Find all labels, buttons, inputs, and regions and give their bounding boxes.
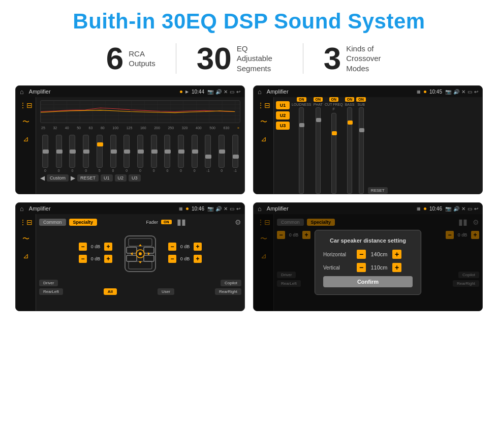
status-icons-4: 📷 🔊 ✕ ▭ ↩	[445, 206, 478, 212]
u2-sel[interactable]: U2	[276, 111, 290, 120]
phat-on[interactable]: ON	[314, 97, 323, 102]
phat-slider[interactable]	[316, 107, 321, 194]
next-arrow[interactable]: ▶	[71, 174, 75, 182]
phat-label: PHAT	[314, 103, 323, 106]
eq-nav-3[interactable]: ⋮⊟	[19, 218, 33, 226]
screen2-content: ⋮⊟ 〜 ⊿ U1 U2 U3 ON LOUDNESS	[254, 97, 482, 194]
speaker-nav-3[interactable]: ⊿	[23, 252, 29, 260]
slider-track-8[interactable]	[137, 135, 143, 168]
copilot-btn[interactable]: Copilot	[221, 280, 241, 286]
br-plus[interactable]: +	[194, 255, 202, 263]
vertical-minus[interactable]: −	[357, 263, 366, 272]
wave-nav-2[interactable]: 〜	[260, 117, 267, 127]
slider-track-14[interactable]	[219, 135, 225, 168]
slider-col-11: 0	[178, 135, 184, 172]
dialog-title: Car speaker distance setting	[323, 237, 413, 244]
slider-track-5[interactable]	[97, 135, 103, 168]
slider-track-6[interactable]	[110, 135, 116, 168]
status-dot-1	[180, 91, 182, 93]
slider-val-10: 0	[166, 169, 168, 172]
bass-label: BASS	[345, 103, 355, 106]
driver-btn[interactable]: Driver	[39, 280, 58, 286]
horizontal-minus[interactable]: −	[357, 250, 366, 259]
tr-minus[interactable]: −	[168, 243, 176, 251]
vertical-plus[interactable]: +	[392, 263, 401, 272]
u1-sel[interactable]: U1	[276, 101, 290, 109]
wave-nav-icon[interactable]: 〜	[22, 117, 29, 127]
stat-eq: 30 EQ AdjustableSegments	[176, 43, 303, 74]
slider-col-12: 0	[192, 135, 198, 172]
slider-track-1[interactable]	[42, 135, 48, 168]
all-btn[interactable]: All	[104, 288, 117, 295]
status-icons-3: 📷 🔊 ✕ ▭ ↩	[207, 206, 240, 212]
sub-slider[interactable]	[359, 107, 364, 194]
eq-nav-2[interactable]: ⋮⊟	[257, 101, 270, 109]
tl-minus[interactable]: −	[79, 243, 87, 251]
eq-freq-labels: 25 32 40 50 63 80 100 125 160 200 250 32…	[40, 126, 240, 130]
u1-btn[interactable]: U1	[101, 174, 113, 182]
bl-db-value: 0 dB	[88, 256, 103, 261]
bass-on[interactable]: ON	[345, 97, 355, 102]
camera-icon-3: 📷	[207, 206, 213, 212]
slider-track-4[interactable]	[83, 135, 89, 168]
speaker-nav-icon[interactable]: ⊿	[23, 135, 29, 143]
screen3-time: 10:46	[192, 206, 204, 212]
slider-thumb-15	[233, 155, 239, 159]
home-icon-2: ⌂	[258, 88, 262, 96]
rearright-btn[interactable]: RearRight	[215, 288, 241, 295]
slider-track-12[interactable]	[192, 135, 198, 168]
loudness-slider[interactable]	[299, 107, 304, 194]
user-btn[interactable]: User	[158, 288, 174, 295]
confirm-button[interactable]: Confirm	[323, 276, 413, 287]
slider-track-3[interactable]	[69, 135, 75, 168]
slider-col-1: 0	[42, 135, 48, 172]
fader-on-toggle[interactable]: ON	[161, 220, 172, 224]
status-bar-4: ⌂ Amplifier ▦ 10:46 📷 🔊 ✕ ▭ ↩	[254, 203, 482, 214]
eq-sliders: 0 0 0 0	[40, 132, 240, 172]
u3-sel[interactable]: U3	[276, 122, 290, 130]
camera-icon: 📷	[207, 89, 213, 95]
tl-plus[interactable]: +	[104, 243, 112, 251]
u2-btn[interactable]: U2	[115, 174, 127, 182]
reset-btn[interactable]: RESET	[77, 174, 99, 182]
slider-track-9[interactable]	[151, 135, 157, 168]
slider-track-13[interactable]	[205, 135, 211, 168]
screen-eq: ⌂ Amplifier ▶ 10:44 📷 🔊 ✕ ▭ ↩ ⋮⊟ 〜 ⊿	[15, 85, 245, 194]
slider-track-15[interactable]	[232, 135, 238, 168]
bottom-controls: Driver Copilot	[39, 280, 241, 286]
rearleft-btn[interactable]: RearLeft	[39, 288, 63, 295]
screen1-content: ⋮⊟ 〜 ⊿	[16, 97, 244, 194]
close-icon-4: ✕	[461, 206, 465, 212]
prev-arrow[interactable]: ◀	[40, 174, 45, 182]
eq-nav-icon[interactable]: ⋮⊟	[19, 101, 33, 109]
cutfreq-on[interactable]: ON	[329, 97, 339, 102]
slider-thumb-1	[43, 150, 49, 154]
amp-reset[interactable]: RESET	[368, 187, 388, 194]
speaker-nav-2[interactable]: ⊿	[261, 135, 267, 143]
common-tab[interactable]: Common	[39, 219, 66, 226]
car-svg-wrapper	[117, 231, 163, 277]
br-minus[interactable]: −	[168, 255, 176, 263]
loudness-on[interactable]: ON	[297, 97, 306, 102]
bl-plus[interactable]: +	[104, 255, 112, 263]
stat-crossover: 3 Kinds ofCrossover Modes	[303, 43, 412, 74]
sub-thumb	[359, 128, 364, 132]
settings-icon[interactable]: ⚙	[235, 218, 241, 226]
horizontal-plus[interactable]: +	[392, 250, 401, 259]
specialty-tab[interactable]: Specialty	[69, 219, 98, 226]
cutfreq-slider[interactable]	[331, 113, 336, 194]
slider-track-2[interactable]	[56, 135, 62, 168]
wave-nav-3[interactable]: 〜	[22, 234, 29, 244]
slider-track-10[interactable]	[164, 135, 170, 168]
window-icon: ▭	[230, 89, 234, 95]
back-icon-4: ↩	[474, 206, 478, 212]
bass-slider[interactable]	[347, 107, 352, 194]
bl-minus[interactable]: −	[79, 255, 87, 263]
dialog-horizontal-row: Horizontal − 140cm +	[323, 250, 413, 259]
u3-btn[interactable]: U3	[129, 174, 141, 182]
slider-track-11[interactable]	[178, 135, 184, 168]
slider-track-7[interactable]	[123, 135, 130, 168]
slider-thumb-6	[111, 150, 117, 154]
tr-plus[interactable]: +	[194, 243, 202, 251]
sub-on[interactable]: ON	[356, 97, 366, 102]
